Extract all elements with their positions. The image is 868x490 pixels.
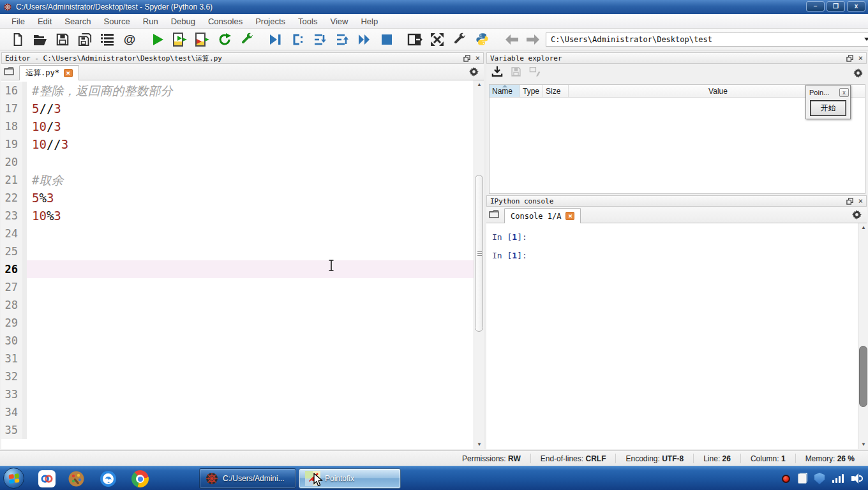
run-configuration-button[interactable]: [239, 31, 255, 48]
clipboard-tray-icon[interactable]: [798, 473, 807, 484]
editor-pane-header[interactable]: Editor - C:\Users\Administrator\Desktop\…: [1, 52, 484, 64]
browse-tabs-icon[interactable]: [489, 209, 499, 221]
maximize-pane-button[interactable]: [429, 31, 445, 48]
close-pane-icon[interactable]: ×: [475, 55, 480, 61]
debug-file-button[interactable]: [267, 31, 283, 48]
run-current-line-button[interactable]: [289, 31, 306, 48]
new-file-button[interactable]: [10, 31, 26, 48]
taskbar-chrome-icon[interactable]: [131, 470, 149, 487]
close-tab-icon[interactable]: ×: [64, 69, 73, 77]
browse-tabs-icon[interactable]: [4, 66, 14, 78]
save-data-icon[interactable]: [511, 66, 521, 80]
code-line-23[interactable]: 2310%3: [1, 207, 474, 225]
scroll-up-icon[interactable]: ▲: [858, 223, 868, 232]
save-data-as-icon[interactable]: [529, 66, 541, 80]
menu-search[interactable]: Search: [58, 15, 97, 28]
menu-edit[interactable]: Edit: [31, 15, 58, 28]
code-line-26[interactable]: 26: [1, 260, 474, 278]
stop-debug-button[interactable]: [378, 31, 395, 48]
import-data-icon[interactable]: [491, 66, 503, 80]
working-directory-combo[interactable]: C:\Users\Administrator\Desktop\test: [546, 33, 868, 47]
security-shield-icon[interactable]: [814, 473, 825, 484]
scroll-up-icon[interactable]: ▲: [474, 80, 484, 89]
menu-debug[interactable]: Debug: [165, 15, 202, 28]
run-cell-advance-button[interactable]: [194, 31, 211, 48]
code-line-32[interactable]: 32: [1, 368, 474, 385]
code-line-20[interactable]: 20: [1, 153, 474, 171]
network-signal-icon[interactable]: [832, 474, 844, 483]
titlebar[interactable]: C:/Users/Administrator/Desktop/test - Sp…: [0, 0, 868, 14]
code-line-27[interactable]: 27: [1, 278, 474, 296]
close-pane-icon[interactable]: ×: [858, 55, 863, 61]
variable-explorer-header[interactable]: Variable explorer ×: [486, 52, 867, 64]
code-line-18[interactable]: 1810/3: [1, 117, 474, 135]
taskbar-app-launcher-icon[interactable]: [38, 470, 56, 487]
minimize-button[interactable]: –: [806, 1, 825, 11]
editor-options-gear-icon[interactable]: [469, 67, 479, 77]
save-all-button[interactable]: [77, 31, 93, 48]
menu-file[interactable]: File: [5, 15, 31, 28]
code-line-30[interactable]: 30: [1, 332, 474, 350]
menu-help[interactable]: Help: [354, 15, 384, 28]
rerun-cell-button[interactable]: [216, 31, 233, 48]
panes-layout-button[interactable]: [407, 31, 423, 48]
console-output[interactable]: In [1]:In [1]:: [486, 223, 858, 449]
code-line-31[interactable]: 31: [1, 350, 474, 368]
run-file-button[interactable]: [149, 31, 166, 48]
menu-view[interactable]: View: [324, 15, 354, 28]
code-line-25[interactable]: 25: [1, 242, 474, 260]
code-line-22[interactable]: 225%3: [1, 189, 474, 207]
close-button[interactable]: x: [847, 1, 865, 11]
code-line-17[interactable]: 175//3: [1, 100, 474, 117]
continue-button[interactable]: [356, 31, 373, 48]
code-line-16[interactable]: 16#整除，返回商的整数部分: [1, 82, 474, 100]
open-file-button[interactable]: [32, 31, 49, 48]
maximize-button[interactable]: ❐: [827, 1, 845, 11]
menu-tools[interactable]: Tools: [292, 15, 324, 28]
taskbar-paint-app-icon[interactable]: [68, 470, 85, 487]
recording-indicator-icon[interactable]: [782, 475, 790, 483]
scroll-down-icon[interactable]: ▼: [858, 440, 868, 449]
code-line-21[interactable]: 21#取余: [1, 171, 474, 189]
editor-tab[interactable]: 运算.py* ×: [19, 65, 79, 80]
column-header-name[interactable]: Name: [490, 85, 520, 97]
code-line-19[interactable]: 1910//3: [1, 135, 474, 153]
code-line-24[interactable]: 24: [1, 225, 474, 242]
ipython-console-header[interactable]: IPython console ×: [486, 195, 867, 207]
close-pane-icon[interactable]: ×: [858, 198, 863, 204]
undock-icon[interactable]: [463, 55, 470, 62]
column-header-type[interactable]: Type: [520, 85, 543, 97]
step-into-button[interactable]: [311, 31, 328, 48]
pointofix-start-button[interactable]: 开始: [810, 100, 846, 116]
taskbar-window-spyder[interactable]: C:/Users/Admini...: [199, 468, 296, 489]
chevron-down-icon[interactable]: [864, 38, 868, 41]
column-header-size[interactable]: Size: [543, 85, 569, 97]
pythonpath-manager-button[interactable]: [474, 31, 490, 48]
menu-source[interactable]: Source: [98, 15, 137, 28]
preferences-button[interactable]: [451, 31, 468, 48]
code-line-29[interactable]: 29: [1, 314, 474, 332]
volume-icon[interactable]: [851, 473, 863, 484]
editor-code-area[interactable]: 16#整除，返回商的整数部分175//31810/31910//32021#取余…: [1, 80, 474, 449]
menu-run[interactable]: Run: [137, 15, 165, 28]
scroll-down-icon[interactable]: ▼: [474, 440, 484, 449]
code-line-34[interactable]: 34: [1, 403, 474, 421]
outline-explorer-button[interactable]: [99, 31, 116, 48]
save-button[interactable]: [54, 31, 71, 48]
start-button[interactable]: [3, 468, 24, 489]
undock-icon[interactable]: [846, 55, 853, 62]
console-scrollbar-thumb[interactable]: [859, 346, 867, 407]
forward-button[interactable]: [525, 31, 541, 48]
console-scrollbar[interactable]: ▲ ▼: [858, 223, 868, 449]
menu-consoles[interactable]: Consoles: [202, 15, 249, 28]
pointofix-close-icon[interactable]: x: [839, 88, 849, 97]
run-cell-button[interactable]: [172, 31, 188, 48]
undock-icon[interactable]: [846, 198, 853, 205]
step-return-button[interactable]: [334, 31, 350, 48]
console-tab[interactable]: Console 1/A ×: [504, 208, 581, 223]
taskbar-browser-icon[interactable]: [100, 470, 117, 487]
editor-scrollbar-thumb[interactable]: [475, 175, 483, 332]
code-line-35[interactable]: 35: [1, 421, 474, 439]
console-options-gear-icon[interactable]: [852, 210, 862, 219]
menu-projects[interactable]: Projects: [249, 15, 292, 28]
